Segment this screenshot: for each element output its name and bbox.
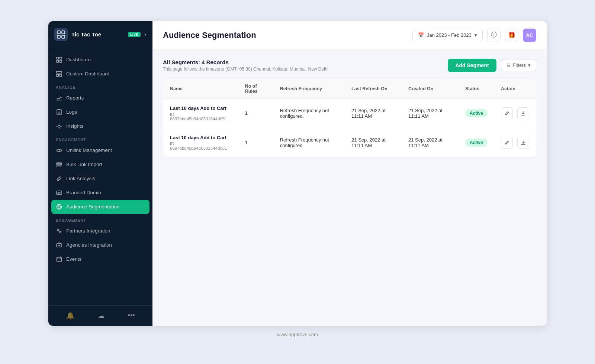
svg-point-28 (57, 229, 59, 231)
segment-name: Last 10 days Add to Cart (170, 105, 232, 111)
gift-button[interactable]: 🎁 (505, 29, 518, 42)
sidebar-header: Tic Tac Toe LIVE ▾ (48, 21, 152, 48)
svg-rect-22 (57, 191, 62, 195)
svg-rect-2 (57, 35, 60, 38)
integration-section-label: ENGAGEMENT (48, 214, 152, 224)
cell-last-refresh: 21 Sep, 2022 at 11:11 AM (345, 128, 402, 157)
sidebar-item-label: Unilink Management (66, 147, 112, 153)
sidebar-item-label: Partners Integration (66, 228, 110, 234)
sidebar-item-link-analysis[interactable]: Link Analysis (48, 172, 152, 186)
sidebar-item-label: Audience Segmentation (66, 204, 119, 209)
download-button[interactable] (517, 137, 529, 149)
download-button[interactable] (517, 107, 529, 119)
col-name: Name (163, 79, 238, 99)
cell-name: Last 10 days Add to Cart ID: 6697bbd45b9… (163, 128, 238, 157)
svg-rect-6 (57, 60, 59, 62)
sidebar-item-label: Agencies Integration (66, 242, 112, 248)
filters-button[interactable]: ⊟ Filters ▾ (501, 59, 536, 71)
sidebar-item-branded-domain[interactable]: Branded Domin (48, 186, 152, 200)
date-range-text: Jan 2023 - Feb 2023 (427, 32, 472, 38)
sidebar-item-label: Insights (66, 123, 84, 129)
bell-icon[interactable]: 🔔 (66, 312, 74, 320)
calendar-icon: 📅 (418, 32, 424, 38)
timezone-note: This page follows the timezone (GMT+05:3… (163, 66, 328, 72)
cell-action (494, 128, 536, 157)
add-segment-button[interactable]: Add Segment (448, 59, 496, 72)
cell-action (494, 98, 536, 128)
sidebar-item-custom-dashboard[interactable]: Custom Dashboard (48, 67, 152, 81)
chevron-down-icon: ▾ (475, 32, 477, 38)
table-row: Last 10 days Add to Cart ID: 6697bbd45b9… (163, 98, 536, 128)
info-icon: ⓘ (491, 31, 497, 39)
edit-button[interactable] (501, 137, 513, 149)
sidebar: Tic Tac Toe LIVE ▾ Dashboard (48, 21, 152, 326)
sidebar-item-reports[interactable]: Reports (48, 91, 152, 105)
sidebar-item-dashboard[interactable]: Dashboard (48, 53, 152, 67)
sidebar-item-label: Logs (66, 109, 77, 115)
gift-icon: 🎁 (508, 32, 515, 39)
cloud-icon[interactable]: ☁ (98, 312, 104, 320)
cell-status: Active (459, 128, 494, 157)
sidebar-item-bulk[interactable]: Bulk Link Import (48, 157, 152, 172)
svg-rect-5 (60, 57, 62, 59)
sidebar-item-label: Events (66, 256, 81, 262)
sidebar-item-audience-segmentation[interactable]: Audience Segmentation (51, 200, 149, 214)
chart-icon (56, 95, 62, 101)
col-created: Created On (402, 79, 459, 99)
svg-rect-21 (57, 166, 60, 167)
edit-button[interactable] (501, 107, 513, 119)
col-rules: No of Rules (238, 79, 273, 99)
sidebar-item-insights[interactable]: Insights (48, 119, 152, 133)
table-row: Last 10 days Add to Cart ID: 6697bbd45b9… (163, 128, 536, 157)
sidebar-item-partners[interactable]: Partners Integration (48, 224, 152, 238)
svg-rect-7 (60, 60, 62, 62)
engagement-section-label: ENGAGEMENT (48, 133, 152, 143)
svg-rect-20 (57, 164, 62, 165)
cell-name: Last 10 days Add to Cart ID: 6697bbd45b9… (163, 98, 238, 128)
cell-rules: 1 (238, 98, 273, 128)
segment-id: ID: 6697bbd45b94b0301644d051 (170, 112, 232, 121)
sidebar-item-unilink[interactable]: Unilink Management (48, 143, 152, 157)
col-action: Action (494, 79, 536, 99)
sidebar-item-events[interactable]: Events (48, 252, 152, 266)
info-button[interactable]: ⓘ (487, 29, 501, 42)
sidebar-item-agencies[interactable]: Agencies Integration (48, 238, 152, 252)
header-actions: 📅 Jan 2023 - Feb 2023 ▾ ⓘ 🎁 AC (412, 29, 536, 42)
brand-logo (54, 28, 68, 41)
chevron-down-icon[interactable]: ▾ (144, 32, 147, 37)
segment-name: Last 10 days Add to Cart (170, 135, 232, 140)
live-badge: LIVE (128, 32, 141, 37)
brand-name: Tic Tac Toe (71, 31, 124, 38)
segments-table: Name No of Rules Refresh Frequency Last … (163, 79, 536, 157)
col-last-refresh: Last Refresh On (345, 79, 402, 99)
grid-icon (56, 56, 62, 63)
svg-rect-19 (57, 163, 62, 164)
custom-grid-icon (56, 71, 62, 77)
main-content: Audience Segmentation 📅 Jan 2023 - Feb 2… (152, 21, 547, 326)
unilink-icon (56, 147, 62, 154)
svg-rect-33 (57, 257, 62, 261)
bulk-icon (56, 161, 62, 168)
svg-rect-9 (57, 74, 59, 77)
more-icon[interactable]: ••• (128, 312, 135, 319)
svg-rect-4 (57, 57, 59, 59)
avatar[interactable]: AC (523, 29, 536, 42)
insights-icon (56, 123, 62, 130)
date-range-picker[interactable]: 📅 Jan 2023 - Feb 2023 ▾ (412, 29, 483, 41)
sidebar-item-logs[interactable]: Logs (48, 105, 152, 119)
sidebar-item-label: Link Analysis (66, 176, 95, 181)
svg-rect-3 (62, 35, 65, 38)
sidebar-item-label: Dashboard (66, 57, 91, 62)
cell-last-refresh: 21 Sep, 2022 at 11:11 AM (345, 98, 402, 128)
segment-actions: Add Segment ⊟ Filters ▾ (448, 59, 536, 72)
link-icon (56, 175, 62, 182)
filter-icon: ⊟ (506, 62, 511, 68)
svg-point-16 (58, 125, 60, 127)
svg-point-29 (60, 231, 61, 233)
globe-icon (56, 204, 62, 210)
col-status: Status (459, 79, 494, 99)
svg-rect-10 (60, 74, 62, 77)
page-title: Audience Segmentation (163, 30, 256, 40)
status-badge: Active (465, 109, 488, 117)
cell-refresh-freq: Refresh Frequency not configured. (273, 128, 345, 157)
